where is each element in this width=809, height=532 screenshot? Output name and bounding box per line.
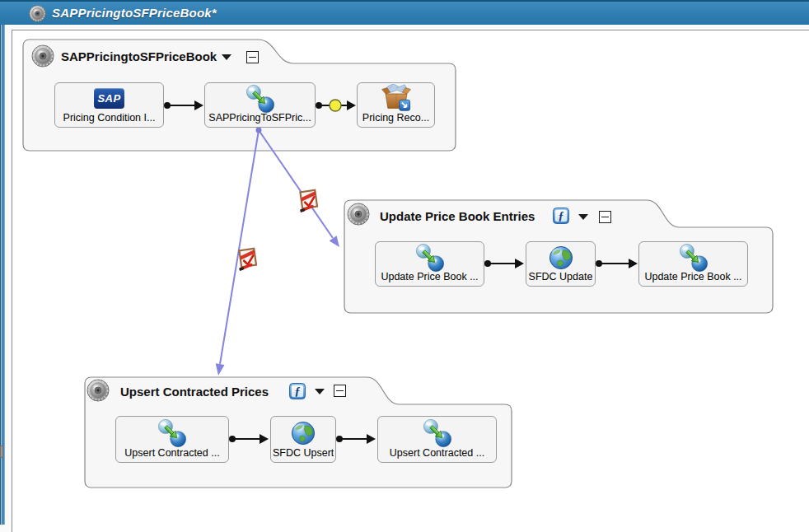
window-title: SAPPricingtoSFPriceBook* xyxy=(52,2,217,25)
chevron-down-icon[interactable] xyxy=(578,214,588,220)
workflow-node[interactable]: Upsert Contracted ... xyxy=(115,416,229,463)
transformation-icon xyxy=(414,244,447,271)
workflow-node[interactable]: SFDC Update xyxy=(526,241,596,287)
workflow-node[interactable]: SFDC Upsert xyxy=(270,416,336,463)
workflow-node[interactable]: SAP Pricing Condition I... xyxy=(54,82,164,128)
node-label: Upsert Contracted ... xyxy=(390,447,484,460)
workflow-node[interactable]: Pricing Reco... xyxy=(357,82,435,128)
workflow-node[interactable]: Update Price Book ... xyxy=(638,241,748,287)
operation-reel-icon xyxy=(31,44,54,68)
function-icon[interactable] xyxy=(553,208,569,224)
splitter-grip[interactable] xyxy=(0,446,3,458)
chevron-down-icon[interactable] xyxy=(315,389,325,394)
workflow-reel-icon xyxy=(29,5,46,22)
chevron-down-icon[interactable] xyxy=(222,54,231,60)
globe-icon xyxy=(291,418,316,447)
node-label: Pricing Reco... xyxy=(362,112,429,124)
transformation-icon xyxy=(244,85,277,112)
node-label: SFDC Update xyxy=(529,271,593,283)
node-label: SAPPricingToSFPric... xyxy=(208,112,311,124)
workflow-node[interactable]: Upsert Contracted ... xyxy=(377,416,497,463)
group-title: SAPPricingtoSFPriceBook xyxy=(61,50,217,63)
group-title: Update Price Book Entries xyxy=(380,210,535,223)
node-label: Pricing Condition I... xyxy=(63,112,156,124)
collapse-button[interactable] xyxy=(599,211,611,223)
operation-reel-icon xyxy=(347,203,370,226)
transformation-icon xyxy=(156,418,189,447)
group-title: Upsert Contracted Prices xyxy=(120,385,269,399)
workflow-designer-window: ƒ SAPPricingtoSFPriceBook* xyxy=(0,0,809,532)
node-label: Update Price Book ... xyxy=(381,271,478,283)
globe-icon xyxy=(549,244,573,271)
transformation-icon xyxy=(421,418,454,447)
sap-logo: SAP xyxy=(94,88,124,109)
collapse-button[interactable] xyxy=(334,385,346,397)
workflow-node[interactable]: Update Price Book ... xyxy=(375,241,484,287)
function-icon[interactable] xyxy=(289,383,306,399)
workflow-node[interactable]: SAPPricingToSFPric... xyxy=(204,82,316,128)
collapse-button[interactable] xyxy=(246,51,259,63)
archive-box-icon xyxy=(381,85,412,112)
sap-source-icon: SAP xyxy=(94,85,124,112)
node-label: SFDC Upsert xyxy=(273,447,334,460)
node-label: Upsert Contracted ... xyxy=(124,447,219,460)
operation-reel-icon xyxy=(87,379,110,402)
node-label: Update Price Book ... xyxy=(644,271,741,283)
transformation-icon xyxy=(677,244,710,271)
window-titlebar: SAPPricingtoSFPriceBook* xyxy=(0,0,809,25)
